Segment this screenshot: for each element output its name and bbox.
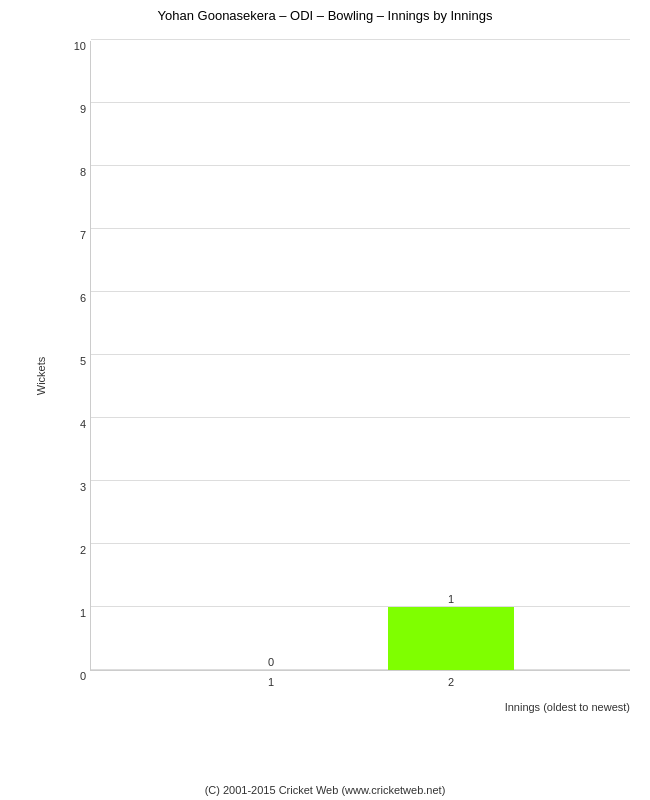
x-tick-label-1: 1 xyxy=(268,676,274,688)
grid-line xyxy=(91,543,630,544)
y-tick-label: 1 xyxy=(66,607,86,619)
y-tick-label: 7 xyxy=(66,229,86,241)
chart-container: Yohan Goonasekera – ODI – Bowling – Inni… xyxy=(0,0,650,800)
grid-line xyxy=(91,417,630,418)
y-tick-label: 4 xyxy=(66,418,86,430)
y-tick-label: 8 xyxy=(66,166,86,178)
x-axis-title: Innings (oldest to newest) xyxy=(505,701,630,713)
y-tick-label: 10 xyxy=(66,40,86,52)
grid-line xyxy=(91,291,630,292)
y-tick-label: 3 xyxy=(66,481,86,493)
grid-line xyxy=(91,606,630,607)
bar-2 xyxy=(388,607,514,670)
y-tick-label: 0 xyxy=(66,670,86,682)
grid-line xyxy=(91,102,630,103)
grid-line xyxy=(91,480,630,481)
chart-title: Yohan Goonasekera – ODI – Bowling – Inni… xyxy=(158,8,493,23)
y-axis-label: Wickets xyxy=(35,357,47,396)
footer: (C) 2001-2015 Cricket Web (www.cricketwe… xyxy=(0,784,650,796)
grid-line xyxy=(91,228,630,229)
x-tick-label-2: 2 xyxy=(448,676,454,688)
grid-line xyxy=(91,39,630,40)
y-tick-label: 5 xyxy=(66,355,86,367)
grid-line xyxy=(91,354,630,355)
plot-area: 0123456789100112 xyxy=(90,41,630,671)
y-tick-label: 6 xyxy=(66,292,86,304)
bar-value-label-2: 1 xyxy=(448,593,454,605)
bar-value-label-1: 0 xyxy=(268,656,274,668)
y-tick-label: 9 xyxy=(66,103,86,115)
grid-line xyxy=(91,669,630,670)
chart-area: Wickets 0123456789100112 Innings (oldest… xyxy=(60,31,640,721)
y-tick-label: 2 xyxy=(66,544,86,556)
grid-line xyxy=(91,165,630,166)
